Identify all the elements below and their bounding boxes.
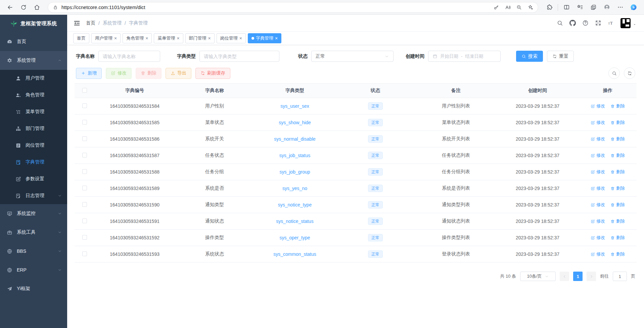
export-button[interactable]: 导出 (166, 68, 191, 79)
goto-page-input[interactable] (613, 272, 627, 281)
dict-type-link[interactable]: sys_job_status (279, 153, 311, 158)
font-size-icon[interactable]: TT (608, 20, 614, 26)
sidebar-item-system[interactable]: 系统管理 (0, 51, 67, 70)
refresh-cache-button[interactable]: 刷新缓存 (195, 68, 230, 79)
more-button[interactable] (615, 2, 625, 13)
profile-button[interactable] (602, 2, 612, 13)
search-icon[interactable] (557, 20, 563, 26)
refresh-table-button[interactable] (624, 67, 635, 79)
sidebar-item-param[interactable]: 参数设置 (0, 171, 67, 187)
sidebar-item-log[interactable]: 日志管理 (0, 187, 67, 204)
row-checkbox[interactable] (82, 120, 87, 125)
close-icon[interactable]: × (177, 36, 179, 41)
row-checkbox[interactable] (82, 202, 87, 207)
bing-button[interactable]: b (629, 2, 639, 13)
url-text[interactable]: https://ccnetcore.com:1101/system/dict (61, 5, 488, 10)
sidebar-item-yiframe[interactable]: Yi框架 (0, 279, 67, 298)
dict-name-input[interactable] (103, 54, 156, 59)
date-range-picker[interactable]: 开始日期 - 结束日期 (428, 51, 501, 62)
edit-link[interactable]: 修改 (591, 152, 605, 158)
extensions-button[interactable] (544, 2, 554, 13)
delete-link[interactable]: 删除 (610, 103, 625, 109)
row-checkbox[interactable] (82, 235, 87, 240)
dict-type-link[interactable]: sys_show_hide (279, 120, 311, 125)
dict-type-link[interactable]: sys_normal_disable (274, 136, 316, 142)
github-icon[interactable] (569, 20, 576, 26)
edit-link[interactable]: 修改 (591, 251, 605, 257)
sidebar-item-dept[interactable]: 部门管理 (0, 120, 67, 137)
delete-link[interactable]: 删除 (610, 120, 625, 126)
edit-button[interactable]: 修改 (106, 68, 132, 79)
delete-link[interactable]: 删除 (610, 169, 625, 175)
breadcrumb-item[interactable]: 首页 (86, 20, 95, 26)
favorite-add-button[interactable] (525, 3, 536, 12)
next-page-button[interactable] (587, 272, 596, 281)
edit-link[interactable]: 修改 (591, 202, 605, 208)
edit-link[interactable]: 修改 (591, 103, 605, 109)
sidebar-item-dict[interactable]: 字典管理 (0, 154, 67, 171)
edit-link[interactable]: 修改 (591, 120, 605, 126)
delete-button[interactable]: 删除 (136, 68, 162, 79)
dict-type-input[interactable] (204, 54, 275, 59)
key-button[interactable] (491, 3, 502, 12)
tab-menu[interactable]: 菜单管理× (154, 33, 183, 43)
sidebar-item-post[interactable]: 岗位管理 (0, 137, 67, 154)
status-select[interactable]: 正常 (311, 51, 394, 62)
close-icon[interactable]: × (275, 36, 278, 41)
sidebar-item-menu[interactable]: 菜单管理 (0, 103, 67, 120)
close-icon[interactable]: × (239, 36, 242, 41)
dict-type-link[interactable]: sys_job_group (279, 169, 310, 175)
row-checkbox[interactable] (82, 103, 87, 108)
tab-role[interactable]: 角色管理× (123, 33, 152, 43)
row-checkbox[interactable] (82, 136, 87, 141)
delete-link[interactable]: 删除 (610, 251, 625, 257)
edit-link[interactable]: 修改 (591, 169, 605, 175)
home-button[interactable] (31, 2, 43, 13)
row-checkbox[interactable] (82, 219, 87, 223)
fullscreen-icon[interactable] (595, 20, 601, 26)
sidebar-item-erp[interactable]: ERP (0, 261, 67, 279)
row-checkbox[interactable] (82, 251, 87, 256)
tab-dict[interactable]: 字典管理× (248, 33, 281, 43)
edit-link[interactable]: 修改 (591, 218, 605, 224)
tab-home[interactable]: 首页 (73, 33, 89, 43)
toggle-search-button[interactable] (608, 67, 620, 79)
refresh-button[interactable] (17, 2, 30, 13)
row-checkbox[interactable] (82, 153, 87, 157)
tab-post[interactable]: 岗位管理× (217, 33, 246, 43)
edit-link[interactable]: 修改 (591, 136, 605, 142)
back-button[interactable] (4, 2, 16, 13)
search-button[interactable]: 搜索 (516, 51, 543, 62)
sidebar-item-tool[interactable]: 系统工具 (0, 223, 67, 242)
copy-tab-button[interactable] (588, 2, 598, 13)
tab-dept[interactable]: 部门管理× (185, 33, 215, 43)
row-checkbox[interactable] (82, 186, 87, 190)
address-bar[interactable]: https://ccnetcore.com:1101/system/dict (48, 2, 538, 13)
dict-type-link[interactable]: sys_yes_no (282, 186, 307, 191)
prev-page-button[interactable] (560, 272, 569, 281)
dict-type-link[interactable]: sys_user_sex (280, 103, 309, 109)
sidebar-item-role[interactable]: 角色管理 (0, 87, 67, 103)
delete-link[interactable]: 删除 (610, 235, 625, 241)
delete-link[interactable]: 删除 (610, 202, 625, 208)
close-icon[interactable]: × (208, 36, 211, 41)
question-icon[interactable] (582, 20, 589, 26)
close-icon[interactable]: × (145, 36, 148, 41)
sidebar-item-monitor[interactable]: 系统监控 (0, 204, 67, 223)
page-number-button[interactable]: 1 (573, 272, 583, 281)
dict-type-link[interactable]: sys_oper_type (279, 235, 310, 240)
select-all-checkbox[interactable] (82, 88, 87, 93)
edit-link[interactable]: 修改 (591, 235, 605, 241)
dict-type-link[interactable]: sys_notice_type (278, 202, 312, 207)
zoom-out-button[interactable] (514, 3, 524, 12)
sidebar-item-home[interactable]: 首页 (0, 32, 67, 51)
dict-type-link[interactable]: sys_common_status (273, 251, 316, 257)
row-checkbox[interactable] (82, 169, 87, 174)
read-aloud-button[interactable] (502, 3, 513, 12)
delete-link[interactable]: 删除 (610, 152, 625, 158)
delete-link[interactable]: 删除 (610, 218, 625, 224)
sidebar-item-user[interactable]: 用户管理 (0, 70, 67, 87)
sidebar-fold-icon[interactable] (73, 19, 81, 27)
add-button[interactable]: 新增 (76, 68, 102, 79)
dict-type-link[interactable]: sys_notice_status (276, 219, 313, 224)
